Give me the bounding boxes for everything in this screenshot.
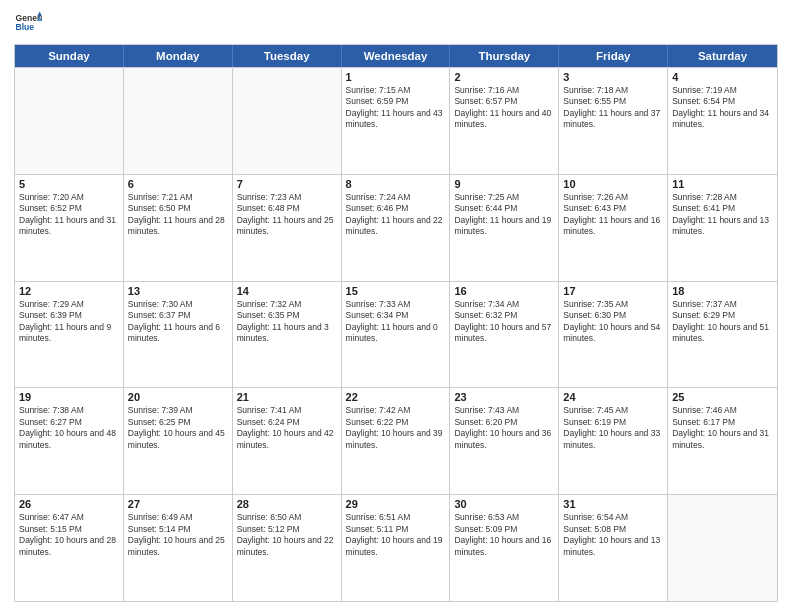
day-info: Sunrise: 7:43 AM Sunset: 6:20 PM Dayligh… [454, 405, 554, 451]
day-number: 5 [19, 178, 119, 190]
calendar-body: 1Sunrise: 7:15 AM Sunset: 6:59 PM Daylig… [15, 67, 777, 601]
day-number: 3 [563, 71, 663, 83]
day-info: Sunrise: 7:15 AM Sunset: 6:59 PM Dayligh… [346, 85, 446, 131]
day-info: Sunrise: 7:25 AM Sunset: 6:44 PM Dayligh… [454, 192, 554, 238]
day-cell-25: 25Sunrise: 7:46 AM Sunset: 6:17 PM Dayli… [668, 388, 777, 494]
day-number: 20 [128, 391, 228, 403]
day-cell-12: 12Sunrise: 7:29 AM Sunset: 6:39 PM Dayli… [15, 282, 124, 388]
day-cell-26: 26Sunrise: 6:47 AM Sunset: 5:15 PM Dayli… [15, 495, 124, 601]
day-number: 25 [672, 391, 773, 403]
day-info: Sunrise: 7:33 AM Sunset: 6:34 PM Dayligh… [346, 299, 446, 345]
day-header-sunday: Sunday [15, 45, 124, 67]
day-number: 13 [128, 285, 228, 297]
calendar-row-4: 19Sunrise: 7:38 AM Sunset: 6:27 PM Dayli… [15, 387, 777, 494]
day-info: Sunrise: 7:26 AM Sunset: 6:43 PM Dayligh… [563, 192, 663, 238]
calendar-row-5: 26Sunrise: 6:47 AM Sunset: 5:15 PM Dayli… [15, 494, 777, 601]
day-cell-3: 3Sunrise: 7:18 AM Sunset: 6:55 PM Daylig… [559, 68, 668, 174]
day-number: 30 [454, 498, 554, 510]
day-header-thursday: Thursday [450, 45, 559, 67]
day-number: 26 [19, 498, 119, 510]
day-cell-29: 29Sunrise: 6:51 AM Sunset: 5:11 PM Dayli… [342, 495, 451, 601]
day-number: 8 [346, 178, 446, 190]
day-cell-17: 17Sunrise: 7:35 AM Sunset: 6:30 PM Dayli… [559, 282, 668, 388]
day-cell-24: 24Sunrise: 7:45 AM Sunset: 6:19 PM Dayli… [559, 388, 668, 494]
day-cell-22: 22Sunrise: 7:42 AM Sunset: 6:22 PM Dayli… [342, 388, 451, 494]
day-info: Sunrise: 7:30 AM Sunset: 6:37 PM Dayligh… [128, 299, 228, 345]
day-header-wednesday: Wednesday [342, 45, 451, 67]
day-number: 28 [237, 498, 337, 510]
day-cell-20: 20Sunrise: 7:39 AM Sunset: 6:25 PM Dayli… [124, 388, 233, 494]
day-info: Sunrise: 7:38 AM Sunset: 6:27 PM Dayligh… [19, 405, 119, 451]
day-cell-19: 19Sunrise: 7:38 AM Sunset: 6:27 PM Dayli… [15, 388, 124, 494]
day-number: 18 [672, 285, 773, 297]
day-number: 31 [563, 498, 663, 510]
day-info: Sunrise: 6:49 AM Sunset: 5:14 PM Dayligh… [128, 512, 228, 558]
svg-text:General: General [16, 13, 42, 23]
day-cell-27: 27Sunrise: 6:49 AM Sunset: 5:14 PM Dayli… [124, 495, 233, 601]
empty-cell [124, 68, 233, 174]
day-cell-18: 18Sunrise: 7:37 AM Sunset: 6:29 PM Dayli… [668, 282, 777, 388]
day-number: 15 [346, 285, 446, 297]
calendar-header: SundayMondayTuesdayWednesdayThursdayFrid… [15, 45, 777, 67]
day-info: Sunrise: 6:51 AM Sunset: 5:11 PM Dayligh… [346, 512, 446, 558]
day-info: Sunrise: 7:37 AM Sunset: 6:29 PM Dayligh… [672, 299, 773, 345]
day-cell-2: 2Sunrise: 7:16 AM Sunset: 6:57 PM Daylig… [450, 68, 559, 174]
day-number: 4 [672, 71, 773, 83]
day-cell-13: 13Sunrise: 7:30 AM Sunset: 6:37 PM Dayli… [124, 282, 233, 388]
day-info: Sunrise: 7:24 AM Sunset: 6:46 PM Dayligh… [346, 192, 446, 238]
day-header-tuesday: Tuesday [233, 45, 342, 67]
day-cell-30: 30Sunrise: 6:53 AM Sunset: 5:09 PM Dayli… [450, 495, 559, 601]
day-info: Sunrise: 7:35 AM Sunset: 6:30 PM Dayligh… [563, 299, 663, 345]
day-number: 27 [128, 498, 228, 510]
day-cell-9: 9Sunrise: 7:25 AM Sunset: 6:44 PM Daylig… [450, 175, 559, 281]
day-info: Sunrise: 7:42 AM Sunset: 6:22 PM Dayligh… [346, 405, 446, 451]
day-cell-5: 5Sunrise: 7:20 AM Sunset: 6:52 PM Daylig… [15, 175, 124, 281]
day-info: Sunrise: 7:21 AM Sunset: 6:50 PM Dayligh… [128, 192, 228, 238]
day-info: Sunrise: 7:23 AM Sunset: 6:48 PM Dayligh… [237, 192, 337, 238]
day-header-saturday: Saturday [668, 45, 777, 67]
day-number: 2 [454, 71, 554, 83]
day-number: 29 [346, 498, 446, 510]
day-number: 11 [672, 178, 773, 190]
day-number: 6 [128, 178, 228, 190]
day-number: 7 [237, 178, 337, 190]
day-info: Sunrise: 7:32 AM Sunset: 6:35 PM Dayligh… [237, 299, 337, 345]
day-cell-10: 10Sunrise: 7:26 AM Sunset: 6:43 PM Dayli… [559, 175, 668, 281]
day-cell-8: 8Sunrise: 7:24 AM Sunset: 6:46 PM Daylig… [342, 175, 451, 281]
day-number: 14 [237, 285, 337, 297]
day-number: 1 [346, 71, 446, 83]
day-info: Sunrise: 7:16 AM Sunset: 6:57 PM Dayligh… [454, 85, 554, 131]
day-info: Sunrise: 6:53 AM Sunset: 5:09 PM Dayligh… [454, 512, 554, 558]
day-number: 10 [563, 178, 663, 190]
day-cell-11: 11Sunrise: 7:28 AM Sunset: 6:41 PM Dayli… [668, 175, 777, 281]
day-header-monday: Monday [124, 45, 233, 67]
empty-cell [668, 495, 777, 601]
day-info: Sunrise: 6:50 AM Sunset: 5:12 PM Dayligh… [237, 512, 337, 558]
day-number: 12 [19, 285, 119, 297]
day-cell-21: 21Sunrise: 7:41 AM Sunset: 6:24 PM Dayli… [233, 388, 342, 494]
day-cell-16: 16Sunrise: 7:34 AM Sunset: 6:32 PM Dayli… [450, 282, 559, 388]
day-number: 24 [563, 391, 663, 403]
day-number: 22 [346, 391, 446, 403]
day-info: Sunrise: 7:28 AM Sunset: 6:41 PM Dayligh… [672, 192, 773, 238]
day-info: Sunrise: 7:19 AM Sunset: 6:54 PM Dayligh… [672, 85, 773, 131]
day-info: Sunrise: 6:47 AM Sunset: 5:15 PM Dayligh… [19, 512, 119, 558]
day-info: Sunrise: 7:34 AM Sunset: 6:32 PM Dayligh… [454, 299, 554, 345]
day-info: Sunrise: 7:39 AM Sunset: 6:25 PM Dayligh… [128, 405, 228, 451]
day-number: 16 [454, 285, 554, 297]
svg-text:Blue: Blue [16, 22, 35, 32]
day-info: Sunrise: 7:45 AM Sunset: 6:19 PM Dayligh… [563, 405, 663, 451]
day-cell-23: 23Sunrise: 7:43 AM Sunset: 6:20 PM Dayli… [450, 388, 559, 494]
calendar-row-3: 12Sunrise: 7:29 AM Sunset: 6:39 PM Dayli… [15, 281, 777, 388]
page-header: General Blue [14, 10, 778, 38]
day-number: 23 [454, 391, 554, 403]
day-cell-6: 6Sunrise: 7:21 AM Sunset: 6:50 PM Daylig… [124, 175, 233, 281]
calendar: SundayMondayTuesdayWednesdayThursdayFrid… [14, 44, 778, 602]
day-info: Sunrise: 7:46 AM Sunset: 6:17 PM Dayligh… [672, 405, 773, 451]
calendar-row-2: 5Sunrise: 7:20 AM Sunset: 6:52 PM Daylig… [15, 174, 777, 281]
day-number: 17 [563, 285, 663, 297]
empty-cell [233, 68, 342, 174]
day-info: Sunrise: 6:54 AM Sunset: 5:08 PM Dayligh… [563, 512, 663, 558]
day-cell-4: 4Sunrise: 7:19 AM Sunset: 6:54 PM Daylig… [668, 68, 777, 174]
day-number: 9 [454, 178, 554, 190]
